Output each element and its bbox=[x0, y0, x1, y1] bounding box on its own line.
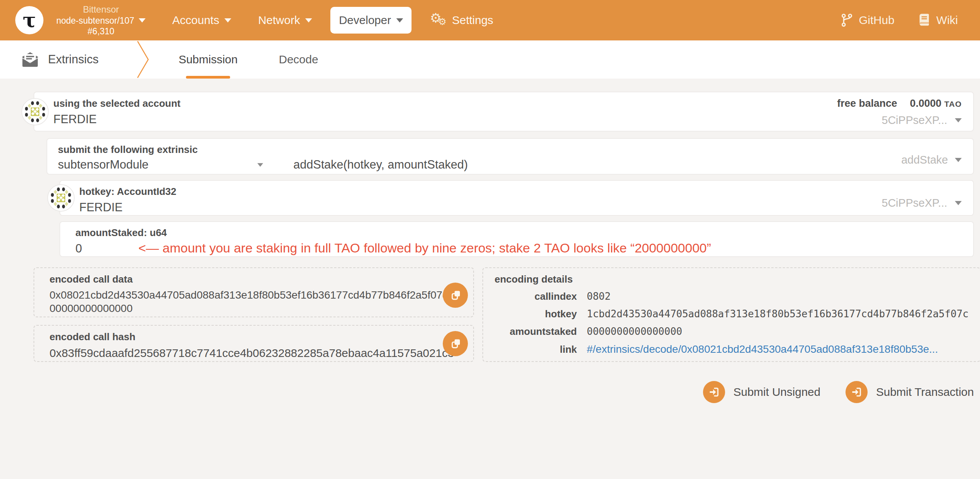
encoding-details-label: encoding details bbox=[495, 273, 969, 285]
chain-name: Bittensor bbox=[53, 4, 149, 15]
free-balance: free balance 0.0000 TAO bbox=[837, 98, 962, 109]
submit-transaction-label: Submit Transaction bbox=[876, 386, 974, 399]
caret-down-icon bbox=[396, 18, 403, 23]
external-links: GitHub Wiki bbox=[835, 13, 963, 27]
tab-bar: Extrinsics Submission Decode bbox=[0, 40, 980, 79]
hotkey-identicon[interactable] bbox=[47, 184, 75, 212]
hotkey-account-name[interactable]: FERDIE bbox=[79, 201, 962, 214]
best-block-number: #6,310 bbox=[53, 26, 149, 37]
copy-icon bbox=[449, 289, 461, 301]
git-branch-icon bbox=[841, 13, 853, 27]
caret-down-icon bbox=[955, 201, 962, 205]
call-data-value: 0x08021cbd2d43530a44705ad088af313e18f80b… bbox=[50, 288, 462, 315]
menu-network[interactable]: Network bbox=[250, 7, 320, 34]
free-balance-value: 0.0000 bbox=[910, 98, 942, 109]
bittensor-logo[interactable]: τ bbox=[15, 6, 43, 34]
account-field-label: using the selected account bbox=[53, 98, 962, 109]
decode-link[interactable]: #/extrinsics/decode/0x08021cbd2d43530a44… bbox=[587, 343, 969, 355]
tab-decode[interactable]: Decode bbox=[276, 40, 321, 79]
gears-icon: ⚙ ⚙ bbox=[430, 13, 447, 28]
hotkey-row-right: 5CiPPseXP... bbox=[882, 192, 962, 209]
selected-account-name[interactable]: FERDIE bbox=[53, 113, 962, 126]
param-hotkey-row: hotkey: AccountId32 FERDIE 5CiPPseXP... bbox=[59, 180, 974, 216]
main-menu: Accounts Network Developer ⚙ ⚙ Settings bbox=[164, 7, 502, 34]
hotkey-address-select[interactable]: 5CiPPseXP... bbox=[882, 197, 962, 209]
amount-param-label: amountStaked: u64 bbox=[75, 227, 962, 239]
submit-actions: Submit Unsigned Submit Transaction bbox=[6, 381, 974, 403]
tab-submission[interactable]: Submission bbox=[176, 40, 241, 79]
encoding-details-box: encoding details callindex 0802 hotkey 1… bbox=[482, 267, 980, 362]
hotkey-address-short: 5CiPPseXP... bbox=[882, 197, 947, 209]
book-icon bbox=[918, 13, 930, 27]
account-address-short: 5CiPPseXP... bbox=[882, 114, 947, 127]
token-unit: TAO bbox=[944, 100, 962, 108]
caret-down-icon bbox=[257, 163, 263, 166]
extrinsics-mail-icon bbox=[21, 52, 39, 67]
node-name-row: node-subtensor/107 bbox=[53, 15, 149, 26]
chain-selector[interactable]: Bittensor node-subtensor/107 #6,310 bbox=[53, 4, 149, 36]
menu-accounts[interactable]: Accounts bbox=[164, 7, 240, 34]
param-amount-row: amountStaked: u64 0 <— amount you are st… bbox=[59, 221, 974, 257]
detail-label-hotkey: hotkey bbox=[495, 308, 577, 320]
sign-in-icon bbox=[703, 381, 725, 403]
submit-unsigned-label: Submit Unsigned bbox=[733, 386, 820, 399]
caret-down-icon bbox=[224, 18, 231, 23]
method-select-value: addStake bbox=[901, 154, 948, 166]
account-identicon[interactable] bbox=[21, 98, 49, 125]
call-data-label: encoded call data bbox=[50, 273, 462, 285]
detail-label-callindex: callindex bbox=[495, 291, 577, 302]
submit-unsigned-button[interactable]: Submit Unsigned bbox=[703, 381, 820, 403]
detail-label-link: link bbox=[495, 344, 577, 355]
method-signature: addStake(hotkey, amountStaked) bbox=[293, 158, 468, 172]
extrinsic-selects: subtensorModule addStake(hotkey, amountS… bbox=[58, 158, 962, 172]
call-hash-label: encoded call hash bbox=[50, 331, 462, 343]
submit-transaction-button[interactable]: Submit Transaction bbox=[845, 381, 974, 403]
encoded-call-data-box: encoded call data 0x08021cbd2d43530a4470… bbox=[34, 267, 474, 317]
detail-label-amountstaked: amountstaked bbox=[495, 326, 577, 338]
extrinsic-field-label: submit the following extrinsic bbox=[58, 144, 962, 156]
tabs: Submission Decode bbox=[176, 40, 321, 79]
account-row-right: free balance 0.0000 TAO 5CiPPseXP... bbox=[837, 98, 962, 127]
copy-icon bbox=[449, 338, 461, 350]
free-balance-label: free balance bbox=[837, 98, 897, 109]
copy-call-hash-button[interactable] bbox=[443, 331, 468, 356]
pallet-select[interactable]: subtensorModule bbox=[58, 158, 264, 172]
extrinsic-selector-row: submit the following extrinsic subtensor… bbox=[46, 138, 974, 175]
menu-developer[interactable]: Developer bbox=[330, 7, 412, 34]
encoded-call-hash-box: encoded call hash 0x83ff59cdaaafd2556877… bbox=[34, 325, 474, 362]
caret-down-icon bbox=[305, 18, 312, 23]
method-select[interactable]: addStake bbox=[901, 154, 962, 166]
encoding-details-grid: callindex 0802 hotkey 1cbd2d43530a44705a… bbox=[495, 291, 969, 355]
detail-value-amountstaked: 0000000000000000 bbox=[587, 326, 969, 337]
caret-down-icon bbox=[139, 18, 146, 23]
breadcrumb-chevron bbox=[135, 40, 151, 79]
call-hash-value: 0x83ff59cdaaafd255687718c7741cce4b062328… bbox=[50, 346, 462, 360]
detail-value-hotkey: 1cbd2d43530a44705ad088af313e18f80b53ef16… bbox=[587, 308, 969, 320]
sign-in-icon bbox=[845, 381, 868, 403]
extrinsics-page: using the selected account FERDIE free b… bbox=[0, 79, 980, 403]
top-navbar: τ Bittensor node-subtensor/107 #6,310 Ac… bbox=[0, 0, 980, 40]
copy-call-data-button[interactable] bbox=[443, 283, 468, 308]
menu-settings[interactable]: ⚙ ⚙ Settings bbox=[421, 7, 501, 34]
tau-logo-glyph: τ bbox=[23, 10, 36, 30]
section-title: Extrinsics bbox=[48, 53, 99, 66]
caret-down-icon bbox=[955, 158, 962, 162]
caret-down-icon bbox=[955, 118, 962, 122]
selected-account-row: using the selected account FERDIE free b… bbox=[34, 92, 974, 132]
amount-value-row: 0 <— amount you are staking in full TAO … bbox=[75, 239, 962, 256]
account-address-select[interactable]: 5CiPPseXP... bbox=[837, 114, 962, 127]
encoded-outputs-left: encoded call data 0x08021cbd2d43530a4470… bbox=[34, 267, 474, 362]
wiki-link[interactable]: Wiki bbox=[913, 13, 963, 27]
detail-value-callindex: 0802 bbox=[587, 291, 969, 302]
hotkey-param-label: hotkey: AccountId32 bbox=[79, 186, 962, 198]
amount-input[interactable]: 0 bbox=[75, 242, 82, 256]
pallet-select-value: subtensorModule bbox=[58, 158, 149, 172]
node-name: node-subtensor/107 bbox=[56, 15, 135, 26]
github-link[interactable]: GitHub bbox=[835, 13, 900, 27]
stake-annotation: <— amount you are staking in full TAO fo… bbox=[138, 241, 711, 256]
encoded-outputs: encoded call data 0x08021cbd2d43530a4470… bbox=[34, 267, 974, 362]
section-header: Extrinsics bbox=[21, 52, 99, 67]
